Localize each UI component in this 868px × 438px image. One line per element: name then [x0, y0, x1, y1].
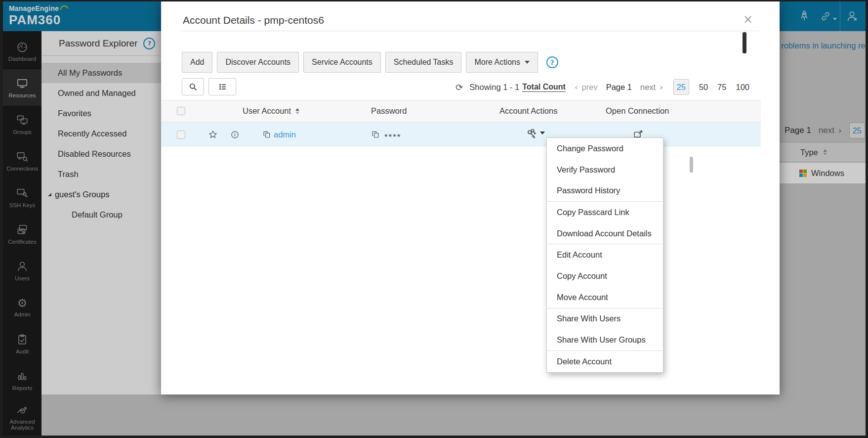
copy-icon	[262, 130, 271, 139]
modal-help-button[interactable]: ?	[546, 56, 558, 68]
showing-count: Showing 1 - 1	[469, 83, 519, 92]
menu-item-change-password[interactable]: Change Password	[547, 138, 663, 159]
menu-item-copy-passcard-link[interactable]: Copy Passcard Link	[547, 202, 663, 223]
copy-icon	[371, 130, 380, 139]
list-view-icon	[218, 82, 227, 91]
menu-item-copy-account[interactable]: Copy Account	[547, 265, 663, 287]
close-icon[interactable]: ×	[743, 13, 753, 25]
list-view-button[interactable]	[208, 78, 236, 95]
account-link[interactable]: admin	[274, 122, 296, 147]
keys-icon	[526, 128, 538, 141]
menu-group: Edit Account Copy Account Move Account	[547, 244, 663, 308]
menu-item-edit-account[interactable]: Edit Account	[547, 244, 663, 265]
copy-password-button[interactable]	[371, 122, 380, 147]
menu-group: Copy Passcard Link Download Account Deta…	[547, 202, 663, 244]
add-button[interactable]: Add	[182, 52, 212, 73]
header-open-connection: Open Connection	[606, 100, 669, 122]
modal-scrollbar-thumb[interactable]	[743, 32, 746, 53]
next-button[interactable]: next ›	[640, 83, 663, 92]
sort-icon	[295, 108, 299, 114]
menu-item-share-with-user-groups[interactable]: Share With User Groups	[547, 329, 663, 350]
modal-title: Account Details - pmp-centos6	[183, 14, 324, 26]
row-checkbox[interactable]	[177, 131, 185, 139]
account-actions-menu: Change Password Verify Password Password…	[546, 137, 663, 373]
account-actions-button[interactable]	[526, 122, 545, 147]
header-password: Password	[371, 100, 407, 122]
page-size-25[interactable]: 25	[673, 79, 689, 95]
chevron-down-icon	[540, 131, 545, 134]
page-size-75[interactable]: 75	[717, 83, 726, 92]
search-button[interactable]	[182, 78, 204, 95]
search-icon	[188, 82, 198, 91]
total-count-link[interactable]: Total Count	[522, 83, 566, 92]
favorite-star-button[interactable]	[208, 122, 218, 147]
modal-header: Account Details - pmp-centos6 ×	[161, 1, 780, 31]
page-label: Page 1	[606, 83, 632, 92]
info-icon	[230, 130, 240, 139]
copy-account-button[interactable]	[262, 122, 271, 147]
chevron-left-icon: ‹	[575, 83, 578, 92]
menu-item-move-account[interactable]: Move Account	[547, 287, 663, 308]
modal-header-divider	[181, 31, 760, 31]
prev-button[interactable]: ‹ prev	[575, 83, 598, 92]
menu-item-delete-account[interactable]: Delete Account	[547, 351, 663, 372]
password-mask: ****	[384, 122, 401, 150]
discover-accounts-button[interactable]: Discover Accounts	[217, 52, 299, 73]
page-size-50[interactable]: 50	[699, 83, 708, 92]
menu-group: Share With Users Share With User Groups	[547, 308, 663, 351]
content-scrollbar-thumb[interactable]	[690, 157, 693, 173]
menu-item-verify-password[interactable]: Verify Password	[547, 159, 663, 180]
app-window: ManageEngine PAM360 Dashboard	[0, 0, 868, 438]
service-accounts-button[interactable]: Service Accounts	[303, 52, 381, 73]
header-user-account[interactable]: User Account	[243, 100, 299, 122]
menu-item-share-with-users[interactable]: Share With Users	[547, 308, 663, 330]
scheduled-tasks-button[interactable]: Scheduled Tasks	[385, 52, 462, 73]
page-size-100[interactable]: 100	[736, 83, 749, 92]
account-table-row: admin ****	[161, 122, 761, 147]
menu-item-password-history[interactable]: Password History	[547, 180, 663, 201]
select-all-checkbox[interactable]	[177, 107, 185, 115]
modal-toolbar: Add Discover Accounts Service Accounts S…	[182, 52, 558, 73]
account-details-modal: Account Details - pmp-centos6 × Add Disc…	[161, 1, 780, 394]
more-actions-button[interactable]: More Actions	[466, 52, 537, 73]
pagination-controls: ⟳ Showing 1 - 1 Total Count ‹ prev Page …	[455, 78, 749, 96]
star-icon	[208, 130, 218, 139]
chevron-right-icon: ›	[660, 83, 663, 92]
account-info-button[interactable]	[230, 122, 240, 147]
header-account-actions: Account Actions	[499, 100, 557, 122]
accounts-table-header: User Account Password Account Actions Op…	[161, 100, 761, 122]
chevron-down-icon	[525, 61, 530, 64]
select-all-cell	[177, 100, 185, 122]
menu-item-download-account-details[interactable]: Download Account Details	[547, 223, 663, 244]
menu-group: Delete Account	[547, 351, 663, 372]
menu-group: Change Password Verify Password Password…	[547, 138, 663, 202]
refresh-icon[interactable]: ⟳	[455, 82, 463, 92]
